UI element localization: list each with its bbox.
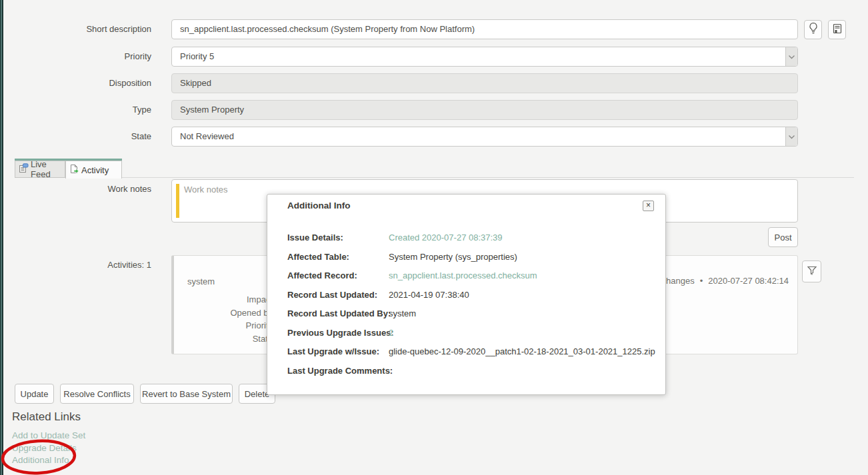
bullet-separator: • [700,276,703,286]
close-icon[interactable]: × [643,201,654,211]
modal-row-label: Last Upgrade w/Issue: [287,346,389,357]
link-additional-info[interactable]: Additional Info [12,455,69,465]
type-field: System Property [171,100,798,120]
activity-field-labels: Impact Opened by Priority State [174,293,273,345]
activity-field-label: Impact [174,293,273,306]
link-upgrade-details[interactable]: Upgrade Details [12,443,77,453]
tab-live-feed-label: Live Feed [31,159,59,179]
chevron-down-icon[interactable] [785,127,797,146]
work-notes-accent-bar [176,184,179,218]
tab-activity-label: Activity [81,165,109,175]
work-notes-placeholder: Work notes [184,185,228,195]
type-row: Type System Property [0,100,868,120]
record-last-updated-by-value: system [389,308,655,319]
short-description-label: Short description [0,19,151,39]
modal-row-label: Affected Record: [287,270,389,281]
related-links-title: Related Links [12,410,81,424]
activity-field-label: State [174,332,273,346]
post-button[interactable]: Post [768,227,798,247]
revert-to-base-system-button[interactable]: Revert to Base System [140,384,233,404]
modal-detail-rows: Issue Details: Created 2020-07-27 08:37:… [287,233,651,376]
state-row: State Not Reviewed [0,127,868,147]
issue-details-link[interactable]: Created 2020-07-27 08:37:39 [389,233,655,243]
type-label: Type [0,100,151,120]
knowledge-search-button[interactable] [828,20,846,39]
activity-filter-button[interactable] [802,260,821,282]
tab-activity[interactable]: Activity [65,161,122,179]
activity-field-label: Opened by [174,306,273,320]
modal-row-label: Record Last Updated By: [287,308,389,319]
priority-label: Priority [0,47,151,67]
lightbulb-icon [809,22,818,37]
activity-author: system [187,276,215,286]
modal-row-label: Affected Table: [287,252,389,262]
activity-icon [69,164,79,177]
work-notes-label: Work notes [0,184,151,194]
short-description-input[interactable]: sn_appclient.last.processed.checksum (Sy… [171,19,798,39]
modal-row-label: Last Upgrade Comments: [287,366,389,376]
update-record-form-page: Short description sn_appclient.last.proc… [0,0,868,475]
record-last-updated-value: 2021-04-19 07:38:40 [389,290,655,300]
modal-title: Additional Info [287,201,350,211]
last-upgrade-comments-value [389,366,655,376]
funnel-filter-icon [807,265,817,278]
affected-record-link[interactable]: sn_appclient.last.processed.checksum [389,270,655,281]
tab-live-feed[interactable]: Live Feed [15,161,65,178]
previous-upgrade-issues-link[interactable]: 2 [389,328,655,338]
priority-value: Priority 5 [180,51,214,61]
state-value: Not Reviewed [180,131,234,141]
last-upgrade-issue-value: glide-quebec-12-09-2020__patch1-02-18-20… [389,346,655,357]
knowledge-book-icon [833,23,842,37]
live-feed-icon [19,163,29,175]
state-label: State [0,127,151,147]
disposition-field: Skipped [171,73,798,93]
link-add-to-update-set[interactable]: Add to Update Set [12,430,85,440]
activity-timestamp: 2020-07-27 08:42:14 [708,276,789,286]
priority-select[interactable]: Priority 5 [171,47,798,67]
modal-row-label: Record Last Updated: [287,290,389,300]
resolve-conflicts-button[interactable]: Resolve Conflicts [60,384,134,404]
additional-info-modal: Additional Info × Issue Details: Created… [267,194,666,395]
left-edge-strip [0,0,3,475]
state-select[interactable]: Not Reviewed [171,127,798,147]
activity-meta: eld changes • 2020-07-27 08:42:14 [648,276,789,286]
modal-row-label: Previous Upgrade Issues: [287,328,389,338]
suggestion-lightbulb-button[interactable] [804,20,822,39]
tab-strip-divider [122,177,854,178]
modal-row-label: Issue Details: [287,233,389,243]
activity-field-label: Priority [174,319,273,332]
priority-row: Priority Priority 5 [0,47,868,67]
activities-header: Activities: 1 [0,260,151,270]
affected-table-value: System Property (sys_properties) [389,252,655,262]
disposition-label: Disposition [0,73,151,93]
disposition-row: Disposition Skipped [0,73,868,93]
update-button[interactable]: Update [15,384,54,404]
chevron-down-icon[interactable] [785,47,797,66]
short-description-row: Short description sn_appclient.last.proc… [0,19,868,39]
